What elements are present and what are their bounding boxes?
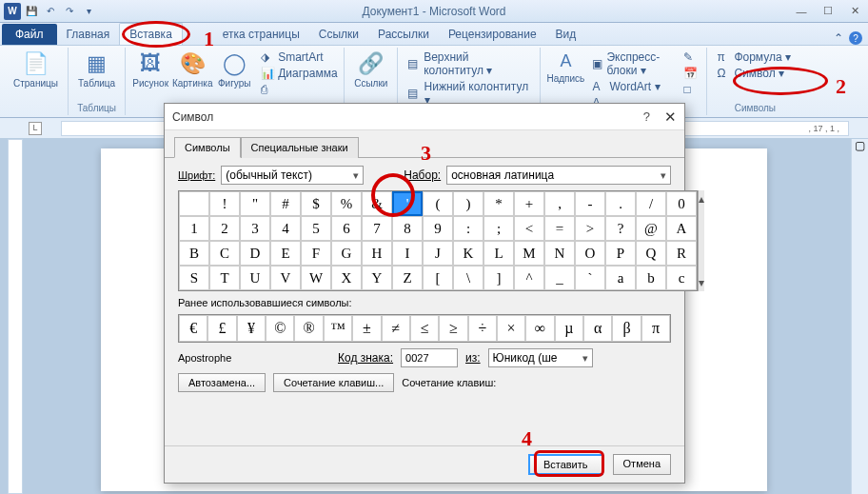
tab-selector[interactable]: L [29, 122, 42, 135]
char-cell[interactable]: V [270, 266, 301, 290]
scroll-down-icon[interactable]: ▾ [699, 276, 704, 289]
ruler-toggle-icon[interactable]: ▢ [852, 139, 868, 154]
recent-cell[interactable]: ¥ [237, 315, 266, 342]
char-cell[interactable]: < [514, 216, 544, 241]
recent-cell[interactable]: ≤ [410, 315, 439, 342]
dialog-close-icon[interactable]: ✕ [664, 109, 677, 126]
char-cell[interactable]: _ [544, 266, 575, 290]
recent-cell[interactable]: β [612, 315, 641, 342]
char-cell[interactable]: 0 [666, 191, 697, 216]
maximize-button[interactable]: ☐ [815, 1, 841, 22]
char-cell[interactable]: . [605, 191, 636, 216]
char-cell[interactable]: + [514, 191, 544, 216]
char-cell[interactable]: ' [392, 191, 423, 216]
picture-button[interactable]: 🖼Рисунок [131, 49, 169, 101]
char-cell[interactable]: c [666, 266, 697, 290]
char-cell[interactable]: 8 [392, 216, 423, 241]
close-button[interactable]: ✕ [841, 1, 868, 22]
char-cell[interactable]: 6 [331, 216, 362, 241]
char-cell[interactable]: O [575, 241, 605, 266]
char-cell[interactable]: @ [636, 216, 666, 241]
char-cell[interactable]: % [331, 191, 362, 216]
char-cell[interactable]: C [209, 241, 240, 266]
insert-button[interactable]: Вставить [528, 454, 603, 475]
qat-more-icon[interactable]: ▾ [80, 3, 97, 20]
tab-links[interactable]: Ссылки [309, 24, 368, 45]
clipart-button[interactable]: 🎨Картинка [173, 49, 211, 101]
char-cell[interactable]: & [362, 191, 392, 216]
char-cell[interactable]: L [483, 241, 514, 266]
char-cell[interactable]: b [636, 266, 666, 290]
char-cell[interactable]: X [331, 266, 362, 290]
char-cell[interactable]: ^ [514, 266, 544, 290]
recent-cell[interactable]: © [266, 315, 294, 342]
tab-symbols[interactable]: Символы [174, 137, 241, 158]
recent-cell[interactable]: µ [555, 315, 583, 342]
grid-scrollbar[interactable]: ▴▾ [698, 190, 704, 291]
char-cell[interactable]: , [544, 191, 575, 216]
dialog-help-icon[interactable]: ? [643, 109, 650, 124]
char-cell[interactable] [179, 191, 209, 216]
char-cell[interactable]: ( [423, 191, 453, 216]
font-dropdown[interactable]: (обычный текст) [221, 166, 364, 185]
recent-cell[interactable]: ™ [324, 315, 352, 342]
tab-insert[interactable]: Вставка [119, 23, 183, 45]
smartart-button[interactable]: ⬗SmartArt [257, 49, 341, 65]
obj-button[interactable]: □ [680, 82, 700, 97]
recent-cell[interactable]: ÷ [468, 315, 497, 342]
redo-icon[interactable]: ↷ [61, 3, 78, 20]
char-cell[interactable]: ! [209, 191, 240, 216]
char-cell[interactable]: / [636, 191, 666, 216]
char-cell[interactable]: H [362, 241, 392, 266]
char-cell[interactable]: Y [362, 266, 392, 290]
wordart-button[interactable]: AWordArt ▾ [588, 79, 676, 94]
help-icon[interactable]: ? [849, 31, 862, 45]
tab-mail[interactable]: Рассылки [368, 24, 439, 45]
char-cell[interactable]: P [605, 241, 636, 266]
char-cell[interactable]: ? [605, 216, 636, 241]
char-cell[interactable]: J [423, 241, 453, 266]
char-cell[interactable]: E [270, 241, 301, 266]
char-cell[interactable]: Z [392, 266, 423, 290]
char-cell[interactable]: N [544, 241, 575, 266]
char-cell[interactable]: K [453, 241, 483, 266]
char-cell[interactable]: = [544, 216, 575, 241]
minimize-button[interactable]: — [788, 1, 815, 22]
tab-view[interactable]: Вид [546, 24, 586, 45]
char-cell[interactable]: M [514, 241, 544, 266]
char-cell[interactable]: 3 [240, 216, 270, 241]
char-cell[interactable]: I [392, 241, 423, 266]
chart-button[interactable]: 📊Диаграмма [257, 66, 341, 81]
shortcut-button[interactable]: Сочетание клавиш... [273, 373, 394, 392]
set-dropdown[interactable]: основная латиница [446, 166, 671, 185]
char-cell[interactable]: S [179, 266, 209, 290]
recent-cell[interactable]: π [641, 315, 670, 342]
char-cell[interactable]: [ [423, 266, 453, 290]
char-cell[interactable]: ) [453, 191, 483, 216]
recent-cell[interactable]: € [179, 315, 207, 342]
char-cell[interactable]: # [270, 191, 301, 216]
symbol-button[interactable]: ΩСимвол ▾ [713, 66, 797, 81]
recent-cell[interactable]: ® [294, 315, 323, 342]
scroll-up-icon[interactable]: ▴ [699, 192, 704, 206]
recent-cell[interactable]: ± [352, 315, 381, 342]
char-cell[interactable]: \ [453, 266, 483, 290]
char-cell[interactable]: : [453, 216, 483, 241]
undo-icon[interactable]: ↶ [42, 3, 59, 20]
char-cell[interactable]: a [605, 266, 636, 290]
recent-cell[interactable]: α [583, 315, 612, 342]
minimize-ribbon-icon[interactable]: ⌃ [834, 31, 843, 45]
char-cell[interactable]: G [331, 241, 362, 266]
from-dropdown[interactable]: Юникод (ше [488, 348, 593, 367]
code-input[interactable] [401, 348, 458, 367]
char-cell[interactable]: D [240, 241, 270, 266]
char-cell[interactable]: B [179, 241, 209, 266]
char-cell[interactable]: * [483, 191, 514, 216]
char-cell[interactable]: T [209, 266, 240, 290]
char-cell[interactable]: 4 [270, 216, 301, 241]
char-cell[interactable]: Q [636, 241, 666, 266]
date-button[interactable]: 📅 [680, 66, 700, 81]
tab-home[interactable]: Главная [57, 24, 120, 45]
recent-cell[interactable]: ≥ [439, 315, 467, 342]
table-button[interactable]: ▦ Таблица [74, 49, 119, 101]
